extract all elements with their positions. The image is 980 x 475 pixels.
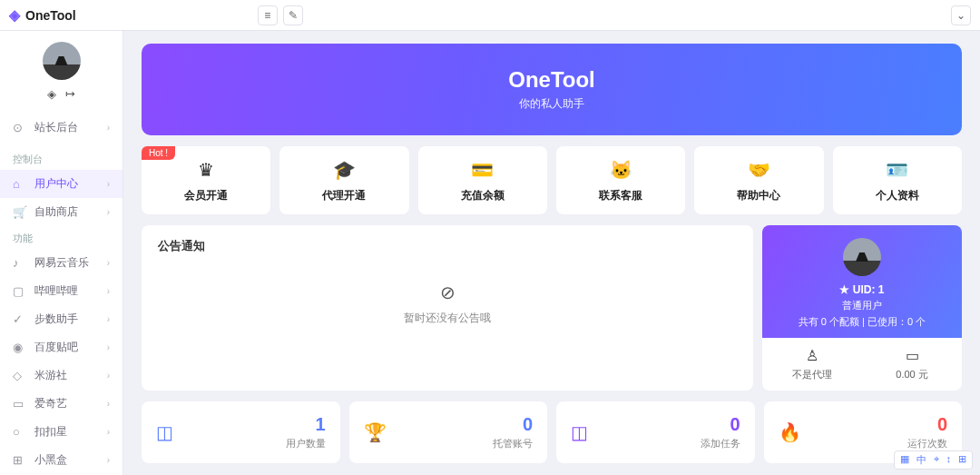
floating-btn[interactable]: ⊞ bbox=[956, 453, 968, 467]
sidebar: ◈ ↦ ⊙站长后台› 控制台 ⌂用户中心›🛒自助商店› 功能 ♪网易云音乐›▢哔… bbox=[0, 31, 123, 475]
stat-icon: ◫ bbox=[571, 421, 588, 443]
chevron-right-icon: › bbox=[107, 427, 110, 437]
nav-label: 哔哩哔哩 bbox=[34, 283, 78, 299]
agent-status[interactable]: ♙ 不是代理 bbox=[762, 338, 862, 391]
sidebar-item[interactable]: ⊙站长后台› bbox=[0, 114, 122, 142]
user-uid: UID: 1 bbox=[762, 283, 962, 296]
action-label: 会员开通 bbox=[184, 189, 228, 202]
action-card[interactable]: 🐱联系客服 bbox=[556, 146, 685, 214]
nav-label: 步数助手 bbox=[34, 312, 78, 327]
stat-value: 0 bbox=[907, 414, 947, 435]
chevron-right-icon: › bbox=[107, 258, 110, 268]
floating-toolbar: ▦中⌖↕⊞ bbox=[894, 450, 974, 470]
nav-label: 百度贴吧 bbox=[34, 340, 78, 355]
action-label: 充值余额 bbox=[461, 189, 505, 202]
hero-banner: OneTool 你的私人助手 bbox=[142, 44, 962, 135]
nav-label: 米游社 bbox=[34, 368, 67, 383]
avatar[interactable] bbox=[43, 42, 81, 80]
toolbar: ≡ ✎ bbox=[258, 5, 303, 25]
nav-icon: ○ bbox=[13, 425, 27, 439]
user-dropdown[interactable]: ⌄ bbox=[951, 5, 971, 25]
user-card: UID: 1 普通用户 共有 0 个配额 | 已使用：0 个 bbox=[762, 225, 962, 338]
nav-icon: ◇ bbox=[13, 369, 27, 382]
nav-icon: ▢ bbox=[13, 284, 27, 298]
action-icon: ♛ bbox=[142, 159, 270, 181]
hero-subtitle: 你的私人助手 bbox=[142, 96, 962, 112]
notice-title: 公告通知 bbox=[158, 238, 737, 254]
menu-toggle-button[interactable]: ≡ bbox=[258, 5, 278, 25]
stat-card: ◫1用户数量 bbox=[142, 401, 340, 463]
chevron-right-icon: › bbox=[107, 123, 110, 133]
notice-empty-text: 暂时还没有公告哦 bbox=[404, 312, 491, 324]
main-content: OneTool 你的私人助手 Hot !♛会员开通🎓代理开通💳充值余额🐱联系客服… bbox=[123, 31, 980, 475]
nav-label: 用户中心 bbox=[34, 176, 78, 192]
nav-label: 自助商店 bbox=[34, 204, 78, 220]
chevron-right-icon: › bbox=[107, 179, 110, 189]
action-icon: 🪪 bbox=[833, 159, 962, 181]
action-label: 帮助中心 bbox=[737, 189, 780, 202]
nav-icon: ▭ bbox=[13, 397, 27, 411]
chevron-right-icon: › bbox=[107, 371, 110, 381]
nav-icon: ✓ bbox=[13, 312, 27, 326]
stat-label: 添加任务 bbox=[701, 437, 740, 450]
nav-section-func: 功能 bbox=[0, 226, 122, 249]
nav-section-console: 控制台 bbox=[0, 147, 122, 170]
sidebar-item[interactable]: 🛒自助商店› bbox=[0, 198, 122, 226]
nav-icon: ⊙ bbox=[13, 121, 27, 134]
action-card[interactable]: 🎓代理开通 bbox=[279, 146, 408, 214]
floating-btn[interactable]: ▦ bbox=[898, 453, 911, 467]
avatar[interactable] bbox=[843, 238, 881, 276]
action-card[interactable]: Hot !♛会员开通 bbox=[142, 146, 270, 214]
chevron-right-icon: › bbox=[107, 399, 110, 409]
action-icon: 💳 bbox=[418, 159, 547, 181]
floating-btn[interactable]: ⌖ bbox=[932, 453, 941, 467]
stat-label: 运行次数 bbox=[907, 437, 947, 450]
floating-btn[interactable]: 中 bbox=[915, 453, 928, 467]
sidebar-item[interactable]: ✓步数助手› bbox=[0, 305, 122, 333]
action-icon: 🎓 bbox=[279, 159, 408, 181]
user-quota: 共有 0 个配额 | 已使用：0 个 bbox=[762, 315, 962, 329]
hero-title: OneTool bbox=[142, 67, 962, 93]
stat-card: ◫0添加任务 bbox=[556, 401, 755, 463]
action-label: 联系客服 bbox=[599, 189, 642, 202]
sidebar-item[interactable]: ⌂用户中心› bbox=[0, 170, 122, 198]
action-card[interactable]: 💳充值余额 bbox=[418, 146, 547, 214]
action-icon: 🐱 bbox=[556, 159, 685, 181]
sidebar-item[interactable]: ▢哔哩哔哩› bbox=[0, 277, 122, 305]
balance-status[interactable]: ▭ 0.00 元 bbox=[862, 338, 962, 391]
person-icon: ♙ bbox=[762, 347, 862, 364]
sidebar-profile: ◈ ↦ bbox=[0, 31, 122, 108]
nav-icon: 🛒 bbox=[13, 205, 27, 219]
action-card[interactable]: 🤝帮助中心 bbox=[694, 146, 823, 214]
action-row: Hot !♛会员开通🎓代理开通💳充值余额🐱联系客服🤝帮助中心🪪个人资料 bbox=[142, 146, 962, 214]
flame-icon[interactable]: ◈ bbox=[47, 87, 56, 101]
action-label: 个人资料 bbox=[876, 189, 919, 202]
sidebar-item[interactable]: ◉百度贴吧› bbox=[0, 333, 122, 361]
logout-icon[interactable]: ↦ bbox=[65, 87, 75, 101]
sidebar-item[interactable]: ◇米游社› bbox=[0, 361, 122, 390]
app-logo[interactable]: ◈ OneTool bbox=[9, 6, 76, 24]
nav-icon: ♪ bbox=[13, 256, 27, 270]
nav-label: 小黑盒 bbox=[34, 452, 67, 468]
stat-label: 托管账号 bbox=[493, 437, 533, 450]
user-side-panel: UID: 1 普通用户 共有 0 个配额 | 已使用：0 个 ♙ 不是代理 ▭ … bbox=[762, 225, 962, 391]
user-role: 普通用户 bbox=[762, 299, 962, 312]
action-icon: 🤝 bbox=[694, 159, 823, 181]
sidebar-item[interactable]: ♪网易云音乐› bbox=[0, 249, 122, 277]
sidebar-item[interactable]: ○扣扣星› bbox=[0, 418, 122, 446]
sidebar-item[interactable]: ▭爱奇艺› bbox=[0, 390, 122, 418]
chevron-right-icon: › bbox=[107, 286, 110, 296]
chevron-right-icon: › bbox=[107, 455, 110, 465]
stat-label: 用户数量 bbox=[286, 437, 326, 450]
stat-value: 0 bbox=[701, 414, 740, 435]
floating-btn[interactable]: ↕ bbox=[945, 453, 954, 467]
wallet-icon: ▭ bbox=[862, 347, 962, 364]
stats-row: ◫1用户数量🏆0托管账号◫0添加任务🔥0运行次数 bbox=[142, 401, 962, 463]
hot-badge: Hot ! bbox=[142, 146, 175, 160]
action-card[interactable]: 🪪个人资料 bbox=[833, 146, 962, 214]
stat-icon: 🔥 bbox=[779, 421, 801, 443]
empty-icon: ⊘ bbox=[158, 282, 737, 303]
chevron-right-icon: › bbox=[107, 314, 110, 324]
sidebar-item[interactable]: ⊞小黑盒› bbox=[0, 446, 122, 474]
edit-button[interactable]: ✎ bbox=[283, 5, 303, 25]
